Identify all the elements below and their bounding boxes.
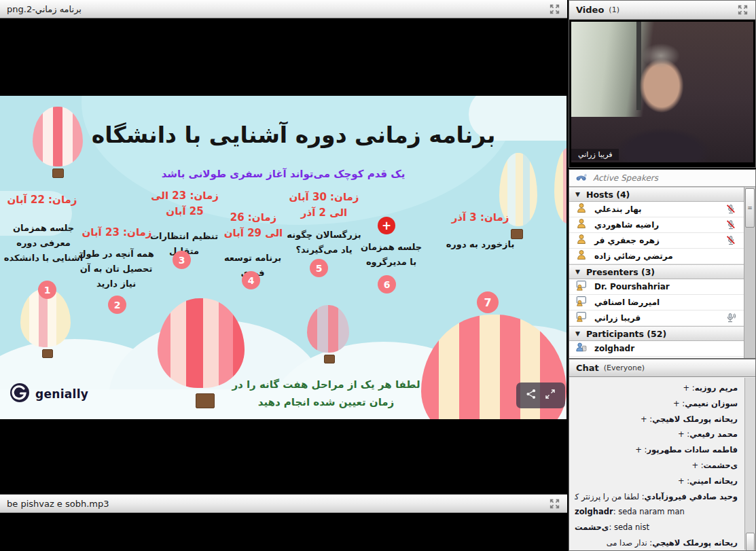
- balloon-basket: [324, 355, 335, 363]
- attendees-pod: Active Speakers ▼ Hosts (4) بهار بندعلي …: [569, 169, 756, 359]
- chat-pod: Chat (Everyone) مريم روزبه: + سوزان نعيم…: [569, 359, 756, 551]
- video-count: (1): [609, 5, 619, 14]
- attendee-row[interactable]: zolghadr: [569, 341, 755, 357]
- chat-message: مريم روزبه: +: [575, 380, 738, 396]
- active-speakers-bar: Active Speakers: [569, 170, 755, 187]
- plus-badge: +: [378, 217, 395, 234]
- presenter-icon: [576, 311, 587, 325]
- presentation-slide: برنامه زمانی دوره آشنایی با دانشگاه یک ق…: [0, 96, 566, 419]
- host-icon: [576, 202, 587, 216]
- attendee-name: Dr. Pourshahriar: [594, 282, 670, 291]
- attendee-row[interactable]: راضيه شاهوردي: [569, 217, 755, 233]
- slide-footer-note: لطفا هر یک از مراحل هفت گانه را در زمان …: [224, 376, 428, 412]
- collapse-triangle-icon[interactable]: ▼: [575, 268, 580, 275]
- presenter-icon: [576, 296, 587, 309]
- slide-title: برنامه زمانی دوره آشنایی با دانشگاه: [34, 122, 553, 148]
- chat-scrollbar[interactable]: [744, 378, 755, 550]
- item-time: زمان: 3 آذر: [436, 210, 524, 226]
- audio-pod-titlebar: be pishvaz e sobh.mp3: [0, 495, 567, 513]
- share-content: برنامه زمانی دوره آشنایی با دانشگاه یک ق…: [0, 18, 567, 493]
- attendee-row[interactable]: زهره جعفري فر: [569, 233, 755, 249]
- audio-pod-title: be pishvaz e sobh.mp3: [7, 499, 109, 509]
- participant-icon: [576, 342, 587, 355]
- attendee-row[interactable]: اميررضا اصنافي: [569, 295, 755, 310]
- share-pod: برنامه زماني-2.png: [0, 0, 567, 493]
- telephone-handset-icon: [576, 172, 588, 184]
- balloon-basket: [196, 393, 215, 408]
- item-text: بازخورد به دوره: [431, 237, 530, 252]
- chat-message: ی‌حشمت: seda nist: [575, 520, 738, 535]
- step-number-badge: 4: [242, 271, 260, 289]
- attendees-scrollbar-thumb[interactable]: ≡: [745, 188, 755, 228]
- chat-message: ريحانه پورملک لاهيجي: ندار صدا می: [575, 535, 738, 550]
- step-number-badge: 3: [173, 251, 191, 269]
- hot-air-balloon: [554, 147, 566, 224]
- presenters-header-label: Presenters (3): [586, 267, 655, 277]
- collapse-triangle-icon[interactable]: ▼: [575, 330, 580, 337]
- chat-message: ريحانه اميني: +: [575, 474, 738, 489]
- attendee-name: zolghadr: [594, 344, 634, 353]
- muted-mic-icon: [725, 219, 736, 230]
- host-icon: [576, 218, 587, 232]
- webcam-name-overlay: فريبا زراني: [571, 149, 619, 160]
- chat-message: ريحانه پورملک لاهيجي: +: [575, 412, 738, 427]
- chat-message: فاطمه سادات مطهرپور: +: [575, 442, 738, 458]
- chat-message: ی‌حشمت: +: [575, 458, 738, 474]
- balloon-basket: [42, 349, 53, 358]
- video-pod: Video (1) فريبا زراني: [569, 0, 756, 168]
- fullscreen-icon[interactable]: [545, 389, 556, 402]
- expand-pod-icon[interactable]: [737, 4, 749, 16]
- chat-pod-title: Chat: [576, 363, 599, 373]
- collapse-triangle-icon[interactable]: ▼: [575, 191, 580, 198]
- slide-subtitle: یک قدم کوچک می‌تواند آغاز سفری طولانی با…: [0, 168, 566, 180]
- audio-pod: be pishvaz e sobh.mp3: [0, 494, 567, 551]
- chat-scrollbar-thumb[interactable]: [746, 533, 755, 551]
- share-pod-titlebar: برنامه زماني-2.png: [0, 0, 567, 18]
- step-number-badge: 5: [310, 259, 328, 277]
- chat-message: سوزان نعيمي: +: [575, 396, 738, 412]
- step-number-badge: 7: [477, 291, 499, 313]
- attendee-name: زهره جعفري فر: [594, 236, 660, 245]
- chat-message: وحيد صادقي فيروزآبادي: لطفا من را پرزنتر…: [575, 489, 738, 505]
- presenters-section-header[interactable]: ▼ Presenters (3): [569, 264, 755, 279]
- slide-overlay-controls: [516, 383, 565, 408]
- muted-mic-icon: [725, 204, 736, 215]
- attendee-row[interactable]: Dr. Pourshahriar: [569, 279, 755, 295]
- step-number-badge: 1: [38, 281, 56, 299]
- attendee-name: بهار بندعلي: [594, 205, 642, 214]
- chat-scope: (Everyone): [604, 363, 645, 372]
- item-text: جلسه همزمان معرفی دوره آشنایی با دانشکده: [0, 221, 87, 266]
- participants-section-header[interactable]: ▼ Participants (52): [569, 326, 755, 341]
- host-icon: [576, 234, 587, 247]
- expand-pod-icon[interactable]: [549, 498, 560, 510]
- item-time: زمان: 30 آبان الی 2 آذر: [287, 190, 361, 221]
- share-icon[interactable]: [526, 389, 537, 402]
- item-time: زمان: 22 آبان: [3, 192, 82, 208]
- genially-logo-text: genially: [35, 387, 88, 401]
- participants-header-label: Participants (52): [586, 329, 666, 339]
- step-number-badge: 2: [108, 296, 126, 314]
- adobe-connect-window: برنامه زماني-2.png: [0, 0, 756, 551]
- attendee-row[interactable]: بهار بندعلي: [569, 202, 755, 217]
- presenter-icon: [576, 280, 587, 294]
- item-time: زمان: 23 الی 25 آبان: [151, 188, 219, 220]
- attendees-scrollbar[interactable]: ≡: [744, 187, 755, 358]
- hosts-section-header[interactable]: ▼ Hosts (4): [569, 187, 755, 202]
- expand-pod-icon[interactable]: [549, 3, 560, 15]
- genially-logo-icon: [10, 383, 30, 406]
- share-pod-title: برنامه زماني-2.png: [7, 4, 82, 14]
- host-icon: [576, 249, 587, 263]
- genially-brand[interactable]: genially: [10, 383, 88, 406]
- hot-air-balloon: [307, 305, 349, 353]
- video-pod-title: Video: [576, 5, 604, 15]
- attendee-name: فريبا زراني: [594, 313, 641, 323]
- chat-pod-titlebar: Chat (Everyone): [569, 359, 755, 377]
- item-text: بزرگسالان چگونه یاد می‌گیرند؟: [284, 228, 364, 257]
- item-time: زمان: 26 الی 29 آبان: [220, 210, 287, 242]
- attendee-row[interactable]: فريبا زراني: [569, 310, 755, 326]
- hot-air-balloon: [158, 298, 245, 388]
- attendee-row[interactable]: مرتضي رضائي زاده: [569, 249, 755, 264]
- chat-message: محمد رفيعي: +: [575, 427, 738, 442]
- hosts-header-label: Hosts (4): [586, 190, 630, 200]
- step-number-badge: 6: [378, 275, 396, 294]
